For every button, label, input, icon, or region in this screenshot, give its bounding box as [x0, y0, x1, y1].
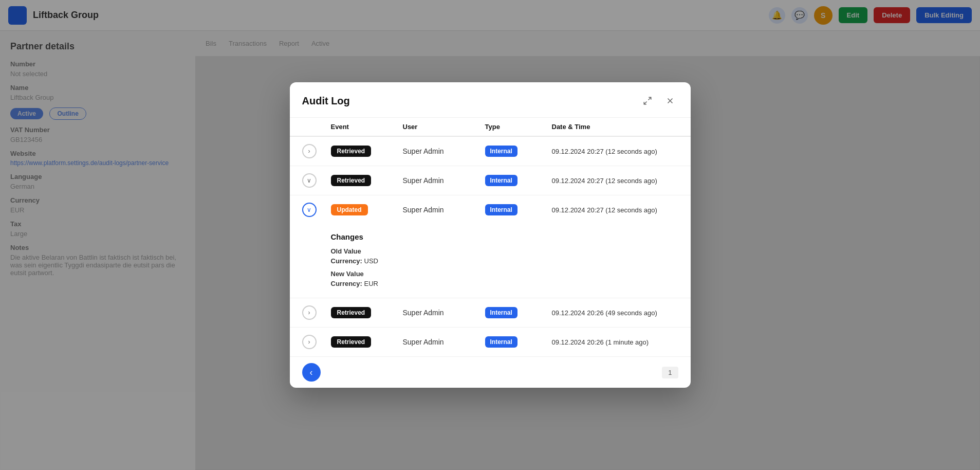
pagination-button[interactable]: ‹ — [302, 363, 321, 382]
old-currency: Currency: USD — [331, 257, 678, 265]
expand-row-5-button[interactable]: › — [302, 335, 317, 349]
table-row: › Retrieved Super Admin Internal 09.12.2… — [290, 298, 691, 328]
col-event: Event — [331, 123, 403, 131]
event-badge-retrieved-2: Retrieved — [331, 175, 372, 186]
table-row: › Retrieved Super Admin Internal 09.12.2… — [290, 137, 691, 166]
row-3: ∨ Updated Super Admin Internal 09.12.202… — [290, 195, 691, 224]
row-4: › Retrieved Super Admin Internal 09.12.2… — [290, 298, 691, 327]
modal-body: Event User Type Date & Time › Retrieved — [290, 118, 691, 388]
new-currency: Currency: EUR — [331, 280, 678, 287]
old-value-label: Old Value — [331, 247, 678, 255]
row-1: › Retrieved Super Admin Internal 09.12.2… — [290, 137, 691, 166]
row-2-datetime: 09.12.2024 20:27 (12 seconds ago) — [552, 177, 678, 185]
event-badge-retrieved: Retrieved — [331, 146, 372, 157]
new-value-label: New Value — [331, 270, 678, 278]
type-badge-internal-4: Internal — [485, 307, 517, 318]
type-badge-internal: Internal — [485, 146, 517, 157]
expand-row-2-button[interactable]: ∨ — [302, 173, 317, 188]
row-4-type: Internal — [485, 307, 552, 318]
row-5-event: Retrieved — [331, 336, 403, 348]
page-display: 1 — [662, 367, 678, 378]
row-4-expand[interactable]: › — [302, 305, 331, 320]
row-2-type: Internal — [485, 175, 552, 186]
row-2-event: Retrieved — [331, 175, 403, 186]
row-1-type: Internal — [485, 146, 552, 157]
row-5-datetime: 09.12.2024 20:26 (1 minute ago) — [552, 338, 678, 346]
type-badge-internal-3: Internal — [485, 204, 517, 215]
row-2-expand[interactable]: ∨ — [302, 173, 331, 188]
col-datetime: Date & Time — [552, 123, 678, 131]
table-header: Event User Type Date & Time — [290, 118, 691, 137]
pagination-controls: 1 — [662, 367, 678, 378]
row-2: ∨ Retrieved Super Admin Internal 09.12.2… — [290, 166, 691, 195]
col-type: Type — [485, 123, 552, 131]
modal-header-actions — [639, 93, 678, 109]
expand-row-4-button[interactable]: › — [302, 305, 317, 320]
expand-modal-button[interactable] — [639, 93, 656, 109]
audit-log-modal: Audit Log Event — [290, 82, 691, 388]
row-5-expand[interactable]: › — [302, 335, 331, 349]
modal-header: Audit Log — [290, 82, 691, 118]
row-5-user: Super Admin — [403, 338, 485, 346]
modal-title: Audit Log — [302, 95, 350, 107]
close-modal-button[interactable] — [662, 93, 678, 109]
row-3-user: Super Admin — [403, 206, 485, 214]
expand-row-3-button[interactable]: ∨ — [302, 203, 317, 217]
row-3-event: Updated — [331, 204, 403, 215]
row-1-expand[interactable]: › — [302, 144, 331, 158]
row-5: › Retrieved Super Admin Internal 09.12.2… — [290, 328, 691, 356]
table-row: › Retrieved Super Admin Internal 09.12.2… — [290, 328, 691, 357]
row-3-type: Internal — [485, 204, 552, 215]
row-3-datetime: 09.12.2024 20:27 (12 seconds ago) — [552, 206, 678, 214]
event-badge-retrieved-5: Retrieved — [331, 336, 372, 348]
type-badge-internal-2: Internal — [485, 175, 517, 186]
expand-row-1-button[interactable]: › — [302, 144, 317, 158]
pagination-row: ‹ 1 — [290, 357, 691, 388]
event-badge-updated: Updated — [331, 204, 368, 215]
row-4-datetime: 09.12.2024 20:26 (49 seconds ago) — [552, 309, 678, 317]
row-1-datetime: 09.12.2024 20:27 (12 seconds ago) — [552, 148, 678, 155]
type-badge-internal-5: Internal — [485, 336, 517, 348]
modal-overlay: Audit Log Event — [0, 0, 980, 470]
row-3-expand[interactable]: ∨ — [302, 203, 331, 217]
row-1-event: Retrieved — [331, 146, 403, 157]
event-badge-retrieved-4: Retrieved — [331, 307, 372, 318]
row-2-user: Super Admin — [403, 176, 485, 185]
col-user: User — [403, 123, 485, 131]
col-expand — [302, 123, 331, 131]
row-5-type: Internal — [485, 336, 552, 348]
changes-section: Changes Old Value Currency: USD New Valu… — [290, 224, 691, 298]
table-row: ∨ Retrieved Super Admin Internal 09.12.2… — [290, 166, 691, 195]
row-4-user: Super Admin — [403, 309, 485, 317]
audit-table: Event User Type Date & Time › Retrieved — [290, 118, 691, 388]
table-row: ∨ Updated Super Admin Internal 09.12.202… — [290, 195, 691, 298]
changes-title: Changes — [331, 232, 678, 241]
row-4-event: Retrieved — [331, 307, 403, 318]
row-1-user: Super Admin — [403, 147, 485, 155]
